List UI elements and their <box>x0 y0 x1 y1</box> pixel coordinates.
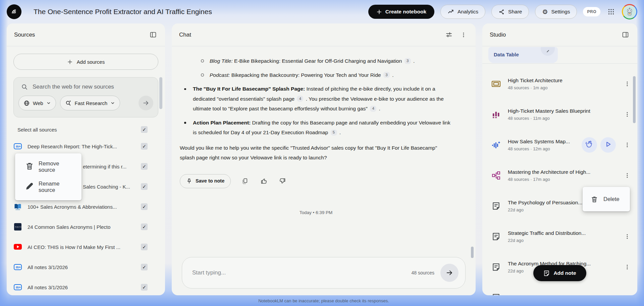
delete-menu-item[interactable]: Delete <box>583 187 624 211</box>
waveform-icon <box>491 141 501 149</box>
rename-source-menu-item[interactable]: Rename source <box>15 177 82 197</box>
studio-output-list: High Ticket Architecture48 sources · 1m … <box>482 64 637 295</box>
web-filter-dropdown[interactable]: Web <box>18 96 56 110</box>
chat-scrollbar[interactable] <box>471 247 474 258</box>
copy-icon[interactable] <box>240 176 250 186</box>
chat-input-box[interactable]: Start typing... 48 sources <box>182 257 466 289</box>
studio-item-more-options-icon[interactable] <box>623 109 631 120</box>
studio-item-title: High Ticket Architecture <box>508 78 616 84</box>
studio-item-more-options-icon[interactable] <box>623 79 631 89</box>
studio-item-more-options-icon[interactable] <box>623 170 631 181</box>
studio-item-more-options-icon[interactable] <box>623 231 631 242</box>
source-row[interactable]: m+All notes 3/1/2026✓ <box>7 277 165 295</box>
studio-panel-title: Studio <box>490 32 506 38</box>
chat-settings-icon[interactable] <box>444 30 453 40</box>
doc-icon <box>491 232 501 241</box>
chat-sub-bullet: Podcast: Bikepacking the Backcountry: Po… <box>201 70 452 80</box>
studio-item[interactable]: High Ticket Architecture48 sources · 1m … <box>482 68 637 99</box>
share-button[interactable]: Share <box>491 5 529 19</box>
note-source-icon: m+ <box>13 263 22 271</box>
edit-icon[interactable] <box>541 47 555 56</box>
studio-item[interactable]: Mastering the Architecture of High...48 … <box>482 160 637 191</box>
studio-item-more-options-icon[interactable] <box>623 262 631 272</box>
source-checkbox[interactable]: ✓ <box>141 264 148 270</box>
note-source-icon: m+ <box>13 142 22 151</box>
chat-main-bullet: The "Buy It For Life Basecamp" Splash Pa… <box>184 84 452 114</box>
create-notebook-button[interactable]: Create notebook <box>368 5 434 19</box>
citation-chip[interactable]: 5 <box>331 130 337 136</box>
source-row[interactable]: m+All notes 3/1/2026✓ <box>7 257 165 277</box>
avatar[interactable] <box>622 4 637 19</box>
citation-chip[interactable]: 4 <box>370 106 376 112</box>
source-checkbox[interactable]: ✓ <box>141 223 148 230</box>
source-context-menu: Remove sourceRename source <box>15 153 82 200</box>
frame-icon <box>491 80 501 88</box>
thumbs-down-icon[interactable] <box>278 176 287 186</box>
studio-scrollbar[interactable] <box>633 76 636 123</box>
source-title: Sales Coaching - K... <box>83 184 136 190</box>
bullet-marker <box>201 70 210 80</box>
send-button[interactable] <box>440 264 459 282</box>
source-checkbox[interactable]: ✓ <box>141 244 148 250</box>
thumbs-up-icon[interactable] <box>259 176 268 186</box>
add-sources-button[interactable]: Add sources <box>13 54 158 70</box>
remove-source-menu-item[interactable]: Remove source <box>15 157 82 177</box>
studio-item[interactable]: The Content Creation Engine: Wee... <box>482 282 637 295</box>
source-checkbox[interactable]: ✓ <box>141 203 148 210</box>
interactive-mode-button[interactable] <box>582 137 597 153</box>
chat-panel-title: Chat <box>179 32 191 38</box>
chat-more-options-icon[interactable] <box>459 30 468 40</box>
collapse-studio-panel-icon[interactable] <box>621 30 630 40</box>
source-row[interactable]: PLECTO24 Common Sales Acronyms | Plecto✓ <box>7 217 165 237</box>
studio-panel: Studio Data Table High Ticket Architectu… <box>482 23 637 295</box>
studio-item-title: Mastering the Architecture of High... <box>508 169 616 175</box>
select-all-label: Select all sources <box>17 127 57 133</box>
source-checkbox[interactable]: ✓ <box>141 163 148 170</box>
notebook-title[interactable]: The One-Sentence Profit Extractor and AI… <box>34 8 212 16</box>
collapse-sources-panel-icon[interactable] <box>148 30 158 40</box>
studio-item-meta: 48 sources · 11m ago <box>508 116 616 121</box>
apps-grid-icon[interactable] <box>606 7 616 16</box>
citation-chip[interactable]: 3 <box>383 72 390 78</box>
research-mode-dropdown[interactable]: Fast Research <box>60 96 120 110</box>
bullet-marker <box>201 56 210 66</box>
search-submit-button[interactable] <box>139 96 153 110</box>
chat-timestamp: Today • 6:39 PM <box>180 208 452 218</box>
select-all-checkbox[interactable]: ✓ <box>141 126 148 133</box>
notebooklm-logo-icon[interactable] <box>7 4 21 19</box>
web-search-input[interactable]: Search the web for new sources <box>33 84 114 90</box>
plus-icon <box>376 9 382 15</box>
save-to-note-button[interactable]: Save to note <box>180 174 231 188</box>
studio-item-more-options-icon[interactable] <box>623 292 631 296</box>
studio-item-more-options-icon[interactable] <box>623 140 631 150</box>
sources-count-label: 48 sources <box>412 270 434 275</box>
web-search-card: Search the web for new sources Web Fast … <box>13 77 158 117</box>
disclaimer-text: NotebookLM can be inaccurate; please dou… <box>172 298 476 303</box>
studio-item[interactable]: How Sales Systems Map...48 sources · 12m… <box>482 130 637 160</box>
youtube-icon <box>13 243 22 251</box>
studio-context-menu: Delete <box>583 187 630 211</box>
source-checkbox[interactable]: ✓ <box>141 143 148 150</box>
studio-item[interactable]: High-Ticket Mastery Sales Blueprint48 so… <box>482 99 637 130</box>
book-icon <box>13 202 22 211</box>
sources-scrollbar[interactable] <box>159 77 162 109</box>
studio-item[interactable]: Strategic Traffic and Distribution...22d… <box>482 221 637 252</box>
play-button[interactable] <box>600 137 616 153</box>
note-source-icon: m+ <box>13 283 22 292</box>
citation-chip[interactable]: 4 <box>297 96 303 102</box>
globe-icon <box>23 100 30 106</box>
source-checkbox[interactable]: ✓ <box>141 284 148 291</box>
svg-text:m+: m+ <box>16 286 21 289</box>
citation-chip[interactable]: 3 <box>405 58 411 64</box>
chevron-down-icon <box>46 101 51 105</box>
add-note-button[interactable]: Add note <box>533 265 586 281</box>
chat-main-bullet: Action Plan Placement: Drafting the copy… <box>184 118 452 138</box>
data-table-chip[interactable]: Data Table <box>488 47 558 63</box>
analytics-button[interactable]: Analytics <box>440 5 485 19</box>
plus-icon <box>67 59 73 65</box>
source-checkbox[interactable]: ✓ <box>141 183 148 190</box>
chat-sub-bullet: Blog Title: E-Bike Bikepacking: Essentia… <box>201 56 452 66</box>
source-row[interactable]: AI CEO: THIS is How I'd Make My First ..… <box>7 237 165 257</box>
settings-button[interactable]: ⚙ Settings <box>535 5 577 19</box>
join-icon <box>586 141 593 149</box>
